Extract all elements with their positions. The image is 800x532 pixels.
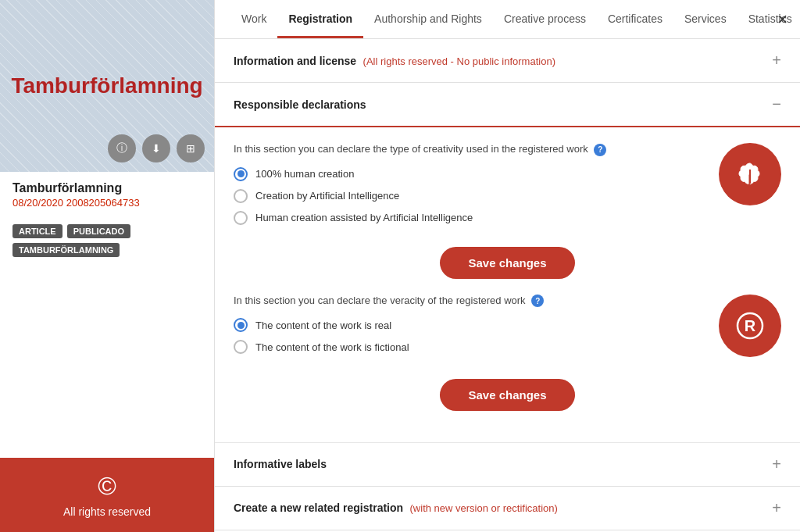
section-related-toggle: + (772, 499, 781, 517)
declaration-veracity-content: In this section you can declare the vera… (234, 295, 700, 355)
work-id: 2008205064733 (66, 197, 140, 209)
radio-human-ai-creation[interactable]: Human creation assisted by Artificial In… (234, 211, 700, 225)
tab-creative-process[interactable]: Creative process (493, 0, 597, 38)
radio-human-creation[interactable]: 100% human creation (234, 167, 700, 181)
section-information-license[interactable]: Information and license (All rights rese… (215, 39, 800, 83)
declaration-creativity: In this section you can declare the type… (234, 143, 781, 225)
left-panel: Tamburförlamning ⓘ ⬇ ⊞ Tamburförlamning … (0, 0, 215, 532)
work-cover-title: Tamburförlamning (0, 61, 216, 111)
work-date: 08/20/2020 2008205064733 (12, 197, 202, 209)
creativity-radio-group: 100% human creation Creation by Artifici… (234, 167, 700, 225)
close-button[interactable]: × (777, 9, 788, 30)
right-panel: Work Registration Authorship and Rights … (215, 0, 800, 532)
section-related-title-wrap: Create a new related registration (with … (234, 501, 558, 515)
section-labels-toggle: + (772, 455, 781, 473)
radio-ai-creation-label: Creation by Artificial Intelligence (255, 190, 399, 202)
tag-article: ARTICLE (12, 224, 62, 238)
radio-ai-creation[interactable]: Creation by Artificial Intelligence (234, 189, 700, 203)
save-btn-wrap-2: Save changes (234, 373, 781, 427)
section-related-subtitle: (with new version or rectification) (410, 502, 558, 514)
tab-registration[interactable]: Registration (277, 0, 363, 38)
section-info-title-wrap: Information and license (All rights rese… (234, 54, 555, 68)
copyright-footer: © All rights reserved (0, 458, 214, 532)
work-date-value: 08/20/2020 (12, 197, 63, 209)
work-info: Tamburförlamning 08/20/2020 200820506473… (0, 172, 214, 218)
copyright-icon: © (98, 472, 116, 501)
embed-icon[interactable]: ⊞ (177, 134, 205, 162)
save-btn-wrap-1: Save changes (234, 241, 781, 295)
section-info-title: Information and license (234, 55, 356, 67)
registered-icon: R (719, 295, 781, 357)
download-icon[interactable]: ⬇ (142, 134, 170, 162)
radio-content-fictional[interactable]: The content of the work is fictional (234, 340, 700, 354)
modal: × Tamburförlamning ⓘ ⬇ ⊞ Tamburförlamnin… (0, 0, 800, 532)
radio-content-fictional-label: The content of the work is fictional (255, 341, 409, 353)
tab-navigation: Work Registration Authorship and Rights … (215, 0, 800, 39)
section-new-related[interactable]: Create a new related registration (with … (215, 487, 800, 530)
help-icon-creativity[interactable]: ? (594, 144, 606, 156)
section-declarations-title: Responsible declarations (234, 98, 366, 111)
tab-statistics[interactable]: Statistics (738, 0, 800, 38)
section-info-toggle: + (772, 52, 781, 70)
section-declarations-toggle: − (772, 95, 781, 113)
tab-certificates[interactable]: Certificates (597, 0, 673, 38)
radio-human-ai-creation-label: Human creation assisted by Artificial In… (255, 212, 473, 223)
tag-tamburforlamning: TAMBURFÖRLAMNING (12, 243, 120, 257)
declaration-creativity-intro: In this section you can declare the type… (234, 143, 700, 156)
save-changes-button-1[interactable]: Save changes (440, 247, 574, 279)
work-tags: ARTICLE PUBLICADO TAMBURFÖRLAMNING (0, 218, 214, 266)
tab-authorship[interactable]: Authorship and Rights (363, 0, 493, 38)
declaration-veracity: In this section you can declare the vera… (234, 295, 781, 357)
info-icon[interactable]: ⓘ (108, 134, 136, 162)
work-cover: Tamburförlamning ⓘ ⬇ ⊞ (0, 0, 214, 172)
section-labels-title: Informative labels (234, 458, 327, 470)
radio-content-real-circle (234, 318, 248, 332)
tab-work[interactable]: Work (230, 0, 277, 38)
help-icon-veracity[interactable]: ? (531, 295, 544, 307)
radio-human-ai-creation-circle (234, 211, 248, 225)
brain-icon (719, 143, 781, 205)
work-title: Tamburförlamning (12, 181, 202, 195)
declarations-body: In this section you can declare the type… (215, 127, 800, 443)
copyright-text: All rights reserved (63, 505, 151, 518)
section-info-subtitle: (All rights reserved - No public informa… (363, 55, 555, 67)
radio-content-fictional-circle (234, 340, 248, 354)
svg-text:R: R (745, 317, 756, 334)
radio-human-creation-label: 100% human creation (255, 168, 354, 180)
radio-content-real[interactable]: The content of the work is real (234, 318, 700, 332)
action-icons: ⓘ ⬇ ⊞ (108, 134, 205, 162)
radio-content-real-label: The content of the work is real (255, 320, 391, 331)
tag-publicado: PUBLICADO (67, 224, 130, 238)
tab-services[interactable]: Services (673, 0, 738, 38)
radio-ai-creation-circle (234, 189, 248, 203)
veracity-radio-group: The content of the work is real The cont… (234, 318, 700, 354)
save-changes-button-2[interactable]: Save changes (440, 379, 574, 411)
declaration-veracity-intro: In this section you can declare the vera… (234, 295, 700, 308)
section-responsible-declarations[interactable]: Responsible declarations − (215, 83, 800, 127)
section-informative-labels[interactable]: Informative labels + (215, 443, 800, 487)
section-related-title: Create a new related registration (234, 502, 403, 514)
main-content: Information and license (All rights rese… (215, 39, 800, 532)
declaration-creativity-content: In this section you can declare the type… (234, 143, 700, 225)
radio-human-creation-circle (234, 167, 248, 181)
